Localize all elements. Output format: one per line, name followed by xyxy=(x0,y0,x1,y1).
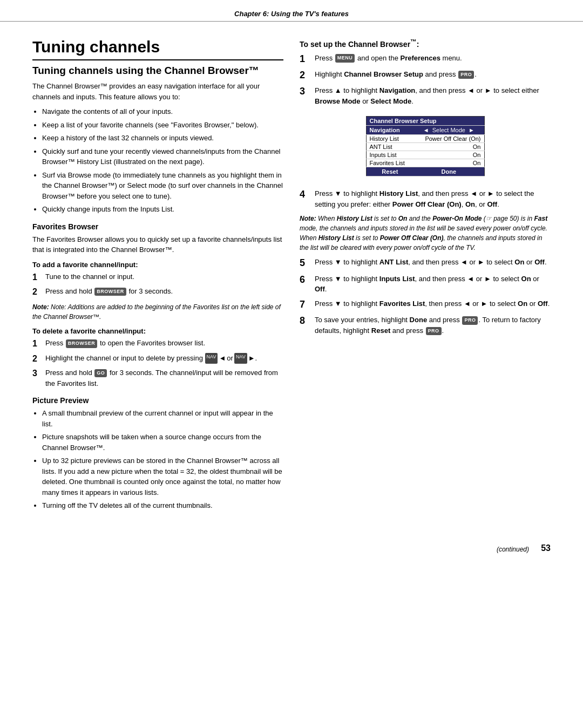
list-item: Quickly surf and tune your recently view… xyxy=(42,146,283,167)
table-row-value: Power Off Clear (On) xyxy=(413,135,484,143)
list-item: Navigate the contents of all of your inp… xyxy=(42,106,283,117)
table-done-button: Done xyxy=(413,167,484,176)
setup-step-2: 2 Highlight Channel Browser Setup and pr… xyxy=(300,69,551,81)
setup-steps-list: 1 Press MENU and open the Preferences me… xyxy=(300,53,551,107)
list-item: Quickly change inputs from the Inputs Li… xyxy=(42,204,283,215)
delete-step-1-text: Press BROWSER to open the Favorites brow… xyxy=(45,338,205,350)
channel-browser-setup-table: Channel Browser Setup Navigation ◄ Selec… xyxy=(366,116,485,176)
picture-preview-title: Picture Preview xyxy=(32,396,283,405)
page-number: 53 xyxy=(529,543,551,553)
table-row-ant: ANT List On xyxy=(366,143,484,151)
step-number: 1 xyxy=(32,271,42,283)
table-row-label: Inputs List xyxy=(366,151,413,159)
browser-button-icon2: BROWSER xyxy=(66,339,98,348)
delete-steps-list: 1 Press BROWSER to open the Favorites br… xyxy=(32,338,283,389)
list-item: Keep a list of your favorite channels (s… xyxy=(42,120,283,131)
step-number: 2 xyxy=(300,69,310,81)
add-favorite-title: To add a favorite channel/input: xyxy=(32,261,283,269)
setup-step-5: 5 Press ▼ to highlight ANT List, and the… xyxy=(300,257,551,269)
setup-step-1: 1 Press MENU and open the Preferences me… xyxy=(300,53,551,65)
add-step-1: 1 Tune to the channel or input. xyxy=(32,271,283,283)
table-nav-label: Navigation xyxy=(366,126,413,135)
step-number: 6 xyxy=(300,274,310,295)
table-footer-row: Reset Done xyxy=(366,167,484,176)
nav-icon-1: NAV xyxy=(205,353,218,364)
step-5-text: Press ▼ to highlight ANT List, and then … xyxy=(315,257,547,269)
table-reset-button: Reset xyxy=(366,167,413,176)
section-intro: The Channel Browser™ provides an easy na… xyxy=(32,81,283,102)
delete-step-3: 3 Press and hold GO for 3 seconds. The c… xyxy=(32,368,283,389)
list-item: Picture snapshots will be taken when a s… xyxy=(42,432,283,453)
right-column: To set up the Channel Browser™: 1 Press … xyxy=(300,38,551,516)
step-number: 8 xyxy=(300,315,310,336)
table-nav-row: Navigation ◄ Select Mode ► xyxy=(366,126,484,135)
list-item: Keep a history of the last 32 channels o… xyxy=(42,133,283,144)
table-row-value: On xyxy=(413,143,484,151)
favorites-browser-title: Favorites Browser xyxy=(32,222,283,231)
list-item: Up to 32 picture previews can be stored … xyxy=(42,455,283,498)
pro-button-icon-2: PRO xyxy=(462,316,478,325)
step-number: 1 xyxy=(32,338,42,350)
step-7-text: Press ▼ to highlight Favorites List, the… xyxy=(315,298,550,311)
step-number: 7 xyxy=(300,298,310,311)
step-4-text: Press ▼ to highlight History List, and t… xyxy=(315,188,551,209)
delete-favorite-title: To delete a favorite channel/input: xyxy=(32,327,283,335)
step-number: 4 xyxy=(300,188,310,209)
feature-bullets: Navigate the contents of all of your inp… xyxy=(42,106,283,215)
step-3-text: Press ▲ to highlight Navigation, and the… xyxy=(315,85,551,106)
nav-icon-2: NAV xyxy=(234,353,247,364)
setup-step-7: 7 Press ▼ to highlight Favorites List, t… xyxy=(300,298,551,311)
setup-steps-list-2: 4 Press ▼ to highlight History List, and… xyxy=(300,188,551,209)
browser-button-icon: BROWSER xyxy=(94,288,126,296)
channel-browser-table-wrapper: Channel Browser Setup Navigation ◄ Selec… xyxy=(300,111,551,182)
continued-label: (continued) xyxy=(281,546,529,553)
step-8-text: To save your entries, highlight Done and… xyxy=(315,315,551,336)
pro-button-icon: PRO xyxy=(458,71,474,79)
step-2-text: Highlight Channel Browser Setup and pres… xyxy=(315,69,477,81)
add-step-2-text: Press and hold BROWSER for 3 seconds. xyxy=(45,286,173,298)
pro-button-icon-3: PRO xyxy=(426,327,442,336)
add-note: Note: Note: Additions are added to the b… xyxy=(32,302,283,322)
table-row-label: Favorites List xyxy=(366,159,413,167)
menu-button-icon: MENU xyxy=(335,54,355,63)
table-row-label: ANT List xyxy=(366,143,413,151)
setup-step-4: 4 Press ▼ to highlight History List, and… xyxy=(300,188,551,209)
add-steps-list: 1 Tune to the channel or input. 2 Press … xyxy=(32,271,283,298)
step-6-text: Press ▼ to highlight Inputs List, and th… xyxy=(315,274,551,295)
add-step-1-text: Tune to the channel or input. xyxy=(45,271,134,283)
picture-preview-bullets: A small thumbnail preview of the current… xyxy=(42,408,283,511)
add-step-2: 2 Press and hold BROWSER for 3 seconds. xyxy=(32,286,283,298)
arrow-right: ► xyxy=(248,353,255,364)
list-item: Turning off the TV deletes all of the cu… xyxy=(42,500,283,511)
page-title: Tuning channels xyxy=(32,38,283,60)
table-row-value: On xyxy=(413,151,484,159)
step-number: 3 xyxy=(300,85,310,106)
delete-step-3-text: Press and hold GO for 3 seconds. The cha… xyxy=(45,368,283,389)
setup-step-6: 6 Press ▼ to highlight Inputs List, and … xyxy=(300,274,551,295)
table-row-favorites: Favorites List On xyxy=(366,159,484,167)
section-title: Tuning channels using the Channel Browse… xyxy=(32,65,283,77)
step-number: 2 xyxy=(32,286,42,298)
history-note: Note: When History List is set to On and… xyxy=(300,214,551,253)
table-header-title: Channel Browser Setup xyxy=(366,117,484,126)
delete-step-2-text: Highlight the channel or input to delete… xyxy=(45,353,257,365)
page: Chapter 6: Using the TV's features Tunin… xyxy=(0,0,583,728)
list-item: Surf via Browse mode (to immediately tun… xyxy=(42,170,283,202)
table-row-label: History List xyxy=(366,135,413,143)
chapter-title: Chapter 6: Using the TV's features xyxy=(234,10,349,18)
step-number: 1 xyxy=(300,53,310,65)
favorites-browser-intro: The Favorites Browser allows you to quic… xyxy=(32,234,283,255)
delete-step-1: 1 Press BROWSER to open the Favorites br… xyxy=(32,338,283,350)
table-row-history: History List Power Off Clear (On) xyxy=(366,135,484,143)
step-number: 2 xyxy=(32,353,42,365)
go-button-icon: GO xyxy=(94,369,107,378)
setup-title: To set up the Channel Browser™: xyxy=(300,38,551,49)
table-row-inputs: Inputs List On xyxy=(366,151,484,159)
setup-step-3: 3 Press ▲ to highlight Navigation, and t… xyxy=(300,85,551,106)
step-number: 5 xyxy=(300,257,310,269)
table-nav-value: ◄ Select Mode ► xyxy=(413,126,484,135)
delete-step-2: 2 Highlight the channel or input to dele… xyxy=(32,353,283,365)
or-label: or xyxy=(227,353,233,364)
setup-steps-list-3: 5 Press ▼ to highlight ANT List, and the… xyxy=(300,257,551,336)
list-item: A small thumbnail preview of the current… xyxy=(42,408,283,429)
